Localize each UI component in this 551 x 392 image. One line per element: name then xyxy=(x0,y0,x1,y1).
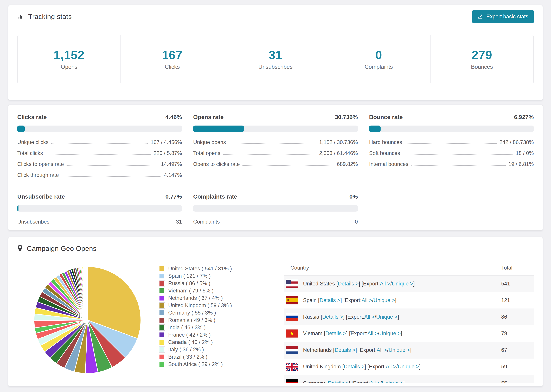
table-row: Russia [Details >] [Export: All > / Uniq… xyxy=(284,309,534,325)
legend-item[interactable]: United Kingdom ( 59 / 3% ) xyxy=(159,302,258,309)
geo-table-body: United States [Details >] [Export: All >… xyxy=(284,275,534,383)
stat-value: 0 xyxy=(375,48,382,62)
rate-title: Opens rate xyxy=(193,114,224,120)
legend-swatch xyxy=(159,302,165,308)
dotted-leader xyxy=(222,223,352,223)
export-all-link[interactable]: All > xyxy=(367,330,378,336)
export-all-link[interactable]: All > xyxy=(386,364,396,370)
detail-label: Opens to clicks rate xyxy=(193,161,240,167)
total-column-header: Total xyxy=(501,265,534,271)
tracking-stats-header: Tracking stats Export basic stats xyxy=(17,5,534,28)
legend-item[interactable]: Russia ( 86 / 5% ) xyxy=(159,280,258,287)
legend-item[interactable]: Canada ( 40 / 2% ) xyxy=(159,338,258,346)
legend-swatch xyxy=(159,332,165,338)
table-row: Spain [Details >] [Export: All > / Uniqu… xyxy=(284,292,534,309)
rate-block: Complaints rate0%Complaints0 xyxy=(193,193,358,230)
legend-label: France ( 42 / 2% ) xyxy=(168,332,211,338)
export-all-link[interactable]: All > xyxy=(377,347,387,353)
dotted-leader xyxy=(46,154,151,155)
rate-detail-rows: Unique opens1,152 / 30.736%Total opens2,… xyxy=(193,139,358,167)
detail-label: Complaints xyxy=(193,219,220,225)
details-link[interactable]: Details > xyxy=(338,281,359,287)
export-unique-link[interactable]: Unique > xyxy=(382,380,403,383)
export-unique-link[interactable]: Unique > xyxy=(398,364,419,370)
us-flag-icon xyxy=(286,280,298,288)
export-unique-link[interactable]: Unique > xyxy=(374,297,395,303)
export-unique-link[interactable]: Unique > xyxy=(392,281,413,287)
progress-bar-fill xyxy=(369,126,381,132)
details-link[interactable]: Details > xyxy=(322,314,343,320)
legend-swatch xyxy=(159,347,165,352)
rate-block: Bounce rate6.927%Hard bounces242 / 86.73… xyxy=(369,114,534,183)
rate-detail-row: Unique clicks167 / 4.456% xyxy=(17,139,182,145)
rate-detail-row: Total opens2,303 / 61.446% xyxy=(193,150,358,156)
details-link[interactable]: Details > xyxy=(335,347,355,353)
detail-label: Clicks to opens rate xyxy=(17,161,64,167)
rate-block: Clicks rate4.46%Unique clicks167 / 4.456… xyxy=(17,114,182,183)
rate-title: Unsubscribe rate xyxy=(17,193,65,200)
rate-detail-row: Total clicks220 / 5.87% xyxy=(17,150,182,156)
details-link[interactable]: Details > xyxy=(325,330,346,336)
detail-value: 4.147% xyxy=(164,172,182,178)
legend-label: South Africa ( 29 / 2% ) xyxy=(168,361,223,367)
rate-detail-row: Clicks to opens rate14.497% xyxy=(17,161,182,167)
export-all-link[interactable]: All > xyxy=(370,380,380,383)
table-row: Germany [Details >] [Export: All > / Uni… xyxy=(284,375,534,383)
detail-value: 689.82% xyxy=(337,161,358,167)
rate-head: Unsubscribe rate0.77% xyxy=(17,193,182,200)
legend-item[interactable]: Germany ( 55 / 3% ) xyxy=(159,309,258,316)
country-cell: Netherlands [Details >] [Export: All > /… xyxy=(284,346,501,354)
export-unique-link[interactable]: Unique > xyxy=(376,314,397,320)
export-basic-stats-button[interactable]: Export basic stats xyxy=(472,10,534,23)
progress-bar-fill xyxy=(17,126,25,132)
legend-item[interactable]: Romania ( 49 / 3% ) xyxy=(159,316,258,324)
legend-label: Germany ( 55 / 3% ) xyxy=(168,310,216,316)
rate-detail-rows: Unsubscribes31 xyxy=(17,219,182,225)
dotted-leader xyxy=(229,143,316,144)
legend-item[interactable]: Netherlands ( 67 / 4% ) xyxy=(159,294,258,302)
details-link[interactable]: Details > xyxy=(328,380,349,383)
total-cell: 541 xyxy=(501,281,534,287)
export-all-link[interactable]: All > xyxy=(380,281,390,287)
details-link[interactable]: Details > xyxy=(344,364,365,370)
pie-slice-other[interactable] xyxy=(87,267,87,320)
legend-swatch xyxy=(159,266,165,272)
legend-item[interactable]: Brazil ( 33 / 2% ) xyxy=(159,353,258,361)
legend-label: Canada ( 40 / 2% ) xyxy=(168,339,213,345)
legend-swatch xyxy=(159,325,165,330)
rate-detail-row: Complaints0 xyxy=(193,219,358,225)
stat-label: Complaints xyxy=(365,64,393,70)
details-link[interactable]: Details > xyxy=(320,297,340,303)
vn-flag-icon xyxy=(286,329,298,338)
legend-item[interactable]: Vietnam ( 79 / 5% ) xyxy=(159,287,258,294)
detail-value: 220 / 5.87% xyxy=(154,150,182,156)
progress-bar xyxy=(193,205,358,211)
legend-item[interactable]: United States ( 541 / 31% ) xyxy=(159,265,258,272)
detail-value: 167 / 4.456% xyxy=(151,139,182,145)
detail-value: 0 xyxy=(355,219,358,225)
legend-label: Italy ( 36 / 2% ) xyxy=(168,347,204,353)
stat-cell: 1,152Opens xyxy=(18,35,120,83)
dotted-leader xyxy=(223,154,317,155)
legend-label: United Kingdom ( 59 / 3% ) xyxy=(168,302,232,308)
export-all-link[interactable]: All > xyxy=(364,314,375,320)
stat-label: Unsubscribes xyxy=(258,64,293,70)
geo-table-header: Country Total xyxy=(284,260,534,275)
legend-item[interactable]: India ( 46 / 3% ) xyxy=(159,324,258,331)
export-unique-link[interactable]: Unique > xyxy=(389,347,410,353)
legend-item[interactable]: South Africa ( 29 / 2% ) xyxy=(159,361,258,368)
legend-swatch xyxy=(159,295,165,301)
export-all-link[interactable]: All > xyxy=(361,297,372,303)
legend-item[interactable]: Italy ( 36 / 2% ) xyxy=(159,346,258,353)
rate-title: Clicks rate xyxy=(17,114,47,120)
rate-detail-row: Click through rate4.147% xyxy=(17,172,182,178)
export-unique-link[interactable]: Unique > xyxy=(379,330,401,336)
legend-swatch xyxy=(159,339,165,345)
rate-detail-row: Soft bounces18 / 0% xyxy=(369,150,534,156)
rate-head: Complaints rate0% xyxy=(193,193,358,200)
dotted-leader xyxy=(52,223,173,223)
detail-value: 2,303 / 61.446% xyxy=(319,150,358,156)
legend-item[interactable]: Spain ( 121 / 7% ) xyxy=(159,272,258,280)
geo-opens-pie-chart[interactable] xyxy=(31,264,144,377)
legend-item[interactable]: France ( 42 / 2% ) xyxy=(159,331,258,338)
